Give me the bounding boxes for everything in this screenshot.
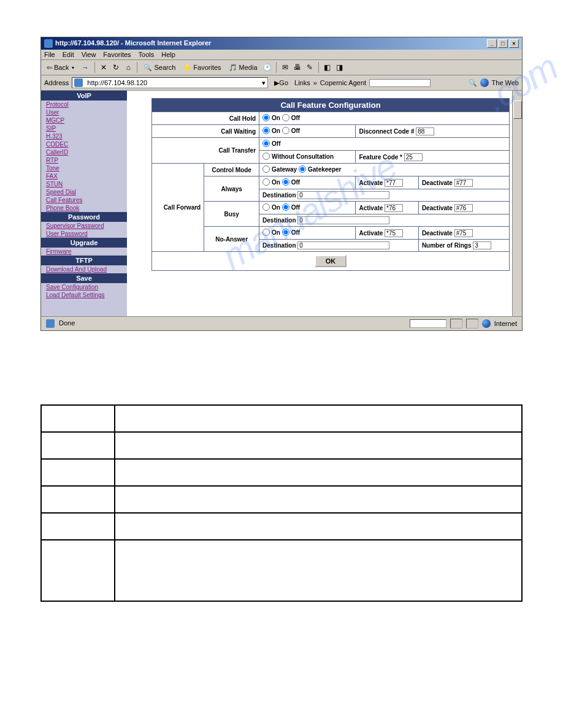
sidebar-link[interactable]: Speed Dial xyxy=(41,188,127,196)
busy-dest-input[interactable] xyxy=(297,216,389,224)
home-icon[interactable]: ⌂ xyxy=(123,63,133,72)
media-button[interactable]: 🎵Media xyxy=(226,63,260,73)
sidebar-link[interactable]: CODEC xyxy=(41,140,127,148)
control-mode-label: Control Mode xyxy=(204,164,259,176)
agent-input[interactable] xyxy=(369,79,431,87)
sidebar-link[interactable]: Protocol xyxy=(41,100,127,108)
sidebar-link[interactable]: SIP xyxy=(41,124,127,132)
sidebar-link[interactable]: User Password xyxy=(41,230,127,238)
gatekeeper-radio[interactable] xyxy=(299,165,306,173)
sidebar-link[interactable]: Save Configuration xyxy=(41,283,127,291)
agent-label: Copernic Agent xyxy=(320,79,366,86)
always-dest-input[interactable] xyxy=(297,191,389,199)
call-hold-on[interactable] xyxy=(262,114,270,121)
sidebar-link[interactable]: MGCP xyxy=(41,116,127,124)
scrollbar[interactable] xyxy=(512,91,522,316)
ok-button[interactable]: OK xyxy=(315,255,347,267)
menu-bar: File Edit View Favorites Tools Help xyxy=(41,50,522,60)
extra-icon-1[interactable]: ◧ xyxy=(323,63,332,72)
always-off[interactable] xyxy=(282,178,289,186)
always-label: Always xyxy=(204,176,259,202)
sidebar-link[interactable]: Firmware xyxy=(41,248,127,256)
feature-code-input[interactable] xyxy=(404,153,423,161)
page-icon xyxy=(74,78,83,87)
forward-button[interactable]: → xyxy=(79,63,91,72)
address-input[interactable]: http://67.104.98.120 ▾ xyxy=(72,77,268,88)
gateway-radio[interactable] xyxy=(262,165,270,173)
sidebar-link[interactable]: Call Features xyxy=(41,196,127,204)
sidebar-link[interactable]: H.323 xyxy=(41,132,127,140)
history-icon[interactable]: 🕑 xyxy=(262,63,272,72)
extra-icon-2[interactable]: ◨ xyxy=(335,63,345,72)
call-hold-off[interactable] xyxy=(282,114,289,121)
go-button[interactable]: ▶Go xyxy=(271,78,291,88)
address-url: http://67.104.98.120 xyxy=(87,79,260,86)
menu-view[interactable]: View xyxy=(82,51,96,58)
sidebar-link[interactable]: FAX xyxy=(41,172,127,180)
status-bar: Done Internet xyxy=(41,316,522,330)
main-panel: Call Feature Configuration Call Hold On … xyxy=(127,91,522,316)
browser-window: .com manualshive http://67.104.98.120/ -… xyxy=(40,37,523,331)
sidebar-link[interactable]: Tone xyxy=(41,164,127,172)
done-icon xyxy=(46,319,55,328)
progress-indicator xyxy=(410,319,446,328)
menu-edit[interactable]: Edit xyxy=(63,51,74,58)
search-button[interactable]: 🔍Search xyxy=(141,63,178,73)
always-deactivate-input[interactable] xyxy=(454,179,473,187)
edit-icon[interactable]: ✎ xyxy=(305,63,315,72)
sidebar-link[interactable]: Supervisor Password xyxy=(41,222,127,230)
call-hold-label: Call Hold xyxy=(152,112,259,125)
sidebar-link[interactable]: RTP xyxy=(41,156,127,164)
sidebar-link[interactable]: User xyxy=(41,108,127,116)
call-waiting-off[interactable] xyxy=(282,127,289,134)
noans-off[interactable] xyxy=(282,229,289,236)
stop-icon[interactable]: ✕ xyxy=(99,63,109,72)
always-on[interactable] xyxy=(262,178,270,186)
menu-favorites[interactable]: Favorites xyxy=(103,51,131,58)
sidebar-link[interactable]: Load Default Settings xyxy=(41,291,127,299)
sidebar-header-password: Password xyxy=(41,212,127,222)
noans-deactivate-input[interactable] xyxy=(454,229,473,237)
web-label[interactable]: The Web xyxy=(492,79,519,86)
sidebar: VoIP Protocol User MGCP SIP H.323 CODEC … xyxy=(41,91,127,316)
busy-deactivate-input[interactable] xyxy=(454,204,473,212)
sidebar-header-save: Save xyxy=(41,273,127,283)
no-answer-label: No-Answer xyxy=(204,227,259,252)
sidebar-link[interactable]: Phone Book xyxy=(41,204,127,212)
back-button[interactable]: ⇦ Back xyxy=(44,63,77,73)
dropdown-icon[interactable]: ▾ xyxy=(262,79,266,87)
call-transfer-label: Call Transfer xyxy=(152,138,259,164)
form-title: Call Feature Configuration xyxy=(152,99,510,112)
close-button[interactable]: × xyxy=(509,39,519,48)
internet-icon xyxy=(482,319,491,328)
favorites-button[interactable]: ⭐Favorites xyxy=(180,63,223,73)
menu-help[interactable]: Help xyxy=(161,51,175,58)
noans-activate-input[interactable] xyxy=(385,229,403,237)
call-waiting-on[interactable] xyxy=(262,127,270,134)
sidebar-link[interactable]: CallerID xyxy=(41,148,127,156)
call-forward-label: Call Forward xyxy=(152,164,204,252)
busy-activate-input[interactable] xyxy=(385,204,403,212)
always-activate-input[interactable] xyxy=(385,179,403,187)
minimize-button[interactable]: _ xyxy=(487,39,497,48)
call-transfer-without[interactable] xyxy=(262,153,270,160)
menu-tools[interactable]: Tools xyxy=(139,51,155,58)
menu-file[interactable]: File xyxy=(44,51,55,58)
disconnect-code-input[interactable] xyxy=(416,127,434,135)
num-rings-input[interactable] xyxy=(473,241,491,249)
noans-dest-input[interactable] xyxy=(297,241,389,249)
noans-on[interactable] xyxy=(262,229,270,236)
status-zone: Internet xyxy=(494,320,517,327)
mail-icon[interactable]: ✉ xyxy=(280,63,290,72)
refresh-icon[interactable]: ↻ xyxy=(111,63,121,72)
restore-button[interactable]: □ xyxy=(498,39,508,48)
sidebar-link[interactable]: STUN xyxy=(41,180,127,188)
busy-on[interactable] xyxy=(262,203,270,211)
busy-off[interactable] xyxy=(282,203,289,211)
print-icon[interactable]: 🖶 xyxy=(293,63,302,72)
links-label[interactable]: Links xyxy=(294,79,310,86)
sidebar-link[interactable]: Download And Upload xyxy=(41,265,127,273)
title-bar: http://67.104.98.120/ - Microsoft Intern… xyxy=(41,37,522,50)
address-label: Address xyxy=(44,79,69,86)
call-transfer-off[interactable] xyxy=(262,140,270,147)
